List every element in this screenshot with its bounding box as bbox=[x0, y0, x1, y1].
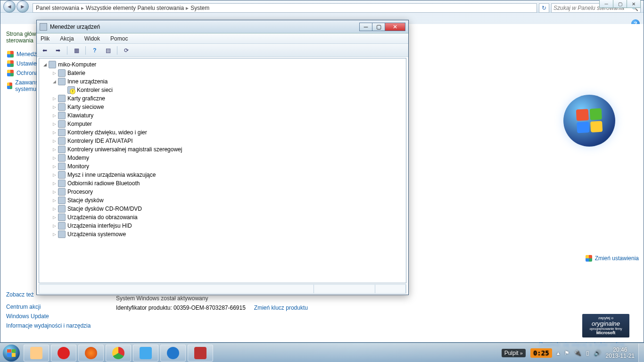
tree-node[interactable]: ▷Karty sieciowe bbox=[41, 103, 404, 111]
tb-properties-button[interactable]: ▤ bbox=[103, 45, 113, 56]
change-product-key-link[interactable]: Zmień klucz produktu bbox=[254, 304, 308, 311]
tree-node[interactable]: ▷Stacje dysków bbox=[41, 196, 404, 205]
tree-root[interactable]: ◢ miko-Komputer bbox=[41, 60, 404, 69]
menu-file[interactable]: Plik bbox=[39, 34, 51, 43]
expand-icon[interactable]: ▷ bbox=[51, 70, 57, 76]
start-button[interactable] bbox=[0, 344, 23, 362]
desktop-toolbar[interactable]: Pulpit » bbox=[502, 349, 526, 357]
menu-view[interactable]: Widok bbox=[83, 34, 102, 43]
dm-minimize-button[interactable]: ─ bbox=[359, 23, 372, 31]
device-category-icon bbox=[58, 180, 66, 187]
tree-node[interactable]: ▷Urządzenia interfejsu HID bbox=[41, 222, 404, 230]
tree-node[interactable]: ▷Stacje dysków CD-ROM/DVD bbox=[41, 205, 404, 213]
tree-node[interactable]: ▷Kontrolery dźwięku, wideo i gier bbox=[41, 128, 404, 137]
taskbar-firefox[interactable] bbox=[78, 345, 104, 362]
device-category-icon bbox=[58, 197, 66, 204]
tray-arrow-icon[interactable]: ▴ bbox=[557, 350, 560, 356]
maximize-button[interactable]: ▢ bbox=[613, 0, 627, 8]
nav-back-button[interactable]: ◄ bbox=[3, 0, 16, 13]
see-also-link[interactable]: Centrum akcji bbox=[6, 302, 91, 312]
dm-titlebar[interactable]: Menedżer urządzeń ─ ▢ ✕ bbox=[37, 20, 408, 33]
expand-icon[interactable]: ▷ bbox=[51, 231, 57, 237]
expand-icon[interactable]: ▷ bbox=[51, 138, 57, 144]
nav-forward-button[interactable]: ► bbox=[17, 0, 29, 13]
expand-icon[interactable]: ▷ bbox=[51, 130, 57, 135]
expand-icon[interactable]: ▷ bbox=[51, 214, 57, 220]
breadcrumb-item[interactable]: System bbox=[190, 5, 209, 11]
taskbar-app[interactable] bbox=[133, 345, 158, 362]
device-category-icon bbox=[58, 137, 66, 145]
tb-show-hidden-button[interactable]: ▦ bbox=[71, 45, 82, 56]
dm-maximize-button[interactable]: ▢ bbox=[372, 23, 385, 31]
tree-node[interactable]: ▷Komputer bbox=[41, 120, 404, 128]
genuine-badge[interactable]: zapytaj o oryginalne oprogramowanie firm… bbox=[582, 314, 629, 337]
device-category-icon bbox=[58, 129, 66, 136]
expand-icon[interactable]: ▷ bbox=[51, 113, 57, 118]
taskbar-explorer[interactable] bbox=[24, 345, 49, 362]
expand-icon[interactable]: ▷ bbox=[51, 197, 57, 203]
tray-clock[interactable]: 20:46 2013-11-21 bbox=[606, 347, 635, 359]
device-category-icon bbox=[58, 69, 66, 77]
tray-network-icon[interactable]: ▯ bbox=[586, 350, 589, 356]
expand-icon[interactable]: ▷ bbox=[51, 96, 57, 101]
tree-node[interactable]: ▷Baterie bbox=[41, 69, 404, 77]
taskbar-app[interactable] bbox=[188, 345, 213, 362]
tree-node[interactable]: ▷Modemy bbox=[41, 154, 404, 162]
tree-node[interactable]: ▷Monitory bbox=[41, 162, 404, 171]
tb-back-button[interactable]: ⬅ bbox=[40, 45, 50, 56]
breadcrumb-item[interactable]: Panel sterowania bbox=[36, 5, 79, 11]
tb-forward-button[interactable]: ➡ bbox=[53, 45, 63, 56]
tree-node[interactable]: ▷Urządzenia do obrazowania bbox=[41, 213, 404, 222]
tree-node[interactable]: ▷Kontrolery uniwersalnej magistrali szer… bbox=[41, 145, 404, 154]
taskbar-opera[interactable] bbox=[51, 345, 76, 362]
show-desktop-button[interactable] bbox=[638, 344, 644, 362]
tray-flag-icon[interactable]: ⚑ bbox=[564, 350, 570, 356]
tree-node[interactable]: ▷Urządzenia systemowe bbox=[41, 230, 404, 239]
tree-node-child[interactable]: Kontroler sieci bbox=[41, 86, 404, 94]
device-category-icon bbox=[58, 222, 66, 230]
close-button[interactable]: ✕ bbox=[627, 0, 641, 8]
tree-node[interactable]: ◢Inne urządzenia bbox=[41, 77, 404, 86]
expand-icon[interactable]: ▷ bbox=[51, 164, 57, 169]
breadcrumb-item[interactable]: Wszystkie elementy Panelu sterowania bbox=[86, 5, 184, 11]
timer-gadget[interactable]: 0:25 bbox=[530, 348, 552, 358]
breadcrumb[interactable]: Panel sterowania▸ Wszystkie elementy Pan… bbox=[33, 3, 537, 13]
change-settings-link[interactable]: Zmień ustawienia bbox=[586, 255, 639, 262]
expand-icon[interactable]: ▷ bbox=[51, 189, 57, 195]
tree-node[interactable]: ▷Klawiatury bbox=[41, 111, 404, 120]
expand-icon[interactable]: ▷ bbox=[51, 104, 57, 110]
refresh-button[interactable]: ↻ bbox=[539, 3, 549, 13]
menu-action[interactable]: Akcja bbox=[58, 34, 75, 43]
menu-help[interactable]: Pomoc bbox=[108, 34, 130, 43]
expand-icon[interactable]: ▷ bbox=[51, 121, 57, 127]
collapse-icon[interactable]: ◢ bbox=[42, 62, 48, 67]
tray-volume-icon[interactable]: 🔊 bbox=[594, 350, 601, 356]
minimize-button[interactable]: ─ bbox=[599, 0, 613, 8]
dm-close-button[interactable]: ✕ bbox=[385, 23, 405, 31]
tree-node[interactable]: ▷Procesory bbox=[41, 188, 404, 196]
tree-node[interactable]: ▷Kontrolery IDE ATA/ATAPI bbox=[41, 137, 404, 145]
taskbar-app[interactable] bbox=[160, 345, 186, 362]
device-category-icon bbox=[58, 188, 66, 196]
expand-icon[interactable]: ▷ bbox=[51, 206, 57, 212]
shield-icon bbox=[7, 70, 14, 76]
see-also-link[interactable]: Informacje wydajności i narzędzia bbox=[6, 321, 91, 330]
device-category-icon bbox=[58, 112, 66, 119]
tb-help-button[interactable]: ? bbox=[90, 45, 100, 56]
expand-icon[interactable]: ▷ bbox=[51, 172, 57, 178]
tray-power-icon[interactable]: 🔌 bbox=[574, 350, 581, 356]
device-category-icon bbox=[58, 146, 66, 153]
tree-node[interactable]: ▷Mysz i inne urządzenia wskazujące bbox=[41, 171, 404, 179]
device-tree[interactable]: ◢ miko-Komputer ▷Baterie◢Inne urządzenia… bbox=[39, 58, 406, 283]
expand-icon[interactable]: ◢ bbox=[51, 79, 57, 84]
tb-scan-button[interactable]: ⟳ bbox=[121, 45, 132, 56]
taskbar-chrome[interactable] bbox=[106, 345, 131, 362]
expand-icon[interactable]: ▷ bbox=[51, 147, 57, 152]
see-also-link[interactable]: Windows Update bbox=[6, 312, 91, 321]
expand-icon[interactable]: ▷ bbox=[51, 155, 57, 161]
tree-node[interactable]: ▷Odbiorniki radiowe Bluetooth bbox=[41, 179, 404, 188]
dm-app-icon bbox=[40, 23, 47, 31]
tree-node[interactable]: ▷Karty graficzne bbox=[41, 94, 404, 103]
expand-icon[interactable]: ▷ bbox=[51, 181, 57, 186]
expand-icon[interactable]: ▷ bbox=[51, 223, 57, 229]
